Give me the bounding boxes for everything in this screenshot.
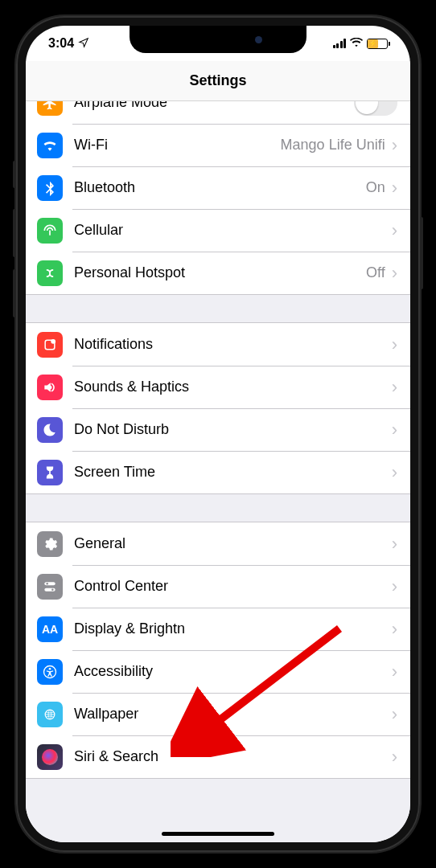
row-wifi[interactable]: Wi-Fi Mango Life Unifi › <box>26 124 410 166</box>
status-left: 3:04 <box>48 36 89 51</box>
chevron-right-icon: › <box>392 534 397 555</box>
nav-header: Settings <box>26 61 410 101</box>
sounds-icon <box>37 375 63 400</box>
row-label: Notifications <box>74 336 392 353</box>
mute-switch <box>13 161 16 188</box>
row-label: Control Center <box>74 578 392 595</box>
home-indicator[interactable] <box>162 832 274 836</box>
row-label: Accessibility <box>74 663 392 680</box>
row-cellular[interactable]: Cellular › <box>26 209 410 252</box>
cellular-icon <box>37 218 63 244</box>
row-label: Do Not Disturb <box>74 421 392 438</box>
screen: 3:04 ⚡ Settings <box>26 26 410 842</box>
row-label: Sounds & Haptics <box>74 379 392 395</box>
chevron-right-icon: › <box>392 619 397 640</box>
row-label: Display & Brightn <box>74 620 392 637</box>
status-time: 3:04 <box>48 36 74 51</box>
notch <box>130 26 306 53</box>
wallpaper-icon <box>37 702 63 727</box>
row-detail: On <box>366 179 385 196</box>
svg-point-7 <box>49 667 51 669</box>
general-icon <box>37 531 63 557</box>
bluetooth-icon <box>37 175 63 201</box>
row-wallpaper[interactable]: Wallpaper › <box>26 693 410 735</box>
settings-group-general: General › Control Center › AA Display & … <box>26 522 410 779</box>
battery-icon: ⚡ <box>367 39 388 49</box>
location-arrow-icon <box>78 37 89 51</box>
svg-point-3 <box>46 583 48 585</box>
row-label: Wallpaper <box>74 706 392 723</box>
chevron-right-icon: › <box>392 661 397 682</box>
airplane-toggle[interactable] <box>354 101 397 116</box>
page-title: Settings <box>189 72 246 89</box>
volume-up-button <box>13 209 16 257</box>
row-label: Screen Time <box>74 464 392 481</box>
row-label: Bluetooth <box>74 179 366 196</box>
chevron-right-icon: › <box>392 334 397 355</box>
settings-group-connectivity: Airplane Mode Wi-Fi Mango Life Unifi › B… <box>26 101 410 295</box>
row-general[interactable]: General › <box>26 522 410 565</box>
row-label: Wi-Fi <box>74 137 281 154</box>
chevron-right-icon: › <box>392 704 397 725</box>
side-button <box>420 217 423 289</box>
chevron-right-icon: › <box>392 420 397 440</box>
row-bluetooth[interactable]: Bluetooth On › <box>26 166 410 209</box>
row-siri[interactable]: Siri & Search › <box>26 735 410 778</box>
chevron-right-icon: › <box>392 377 397 398</box>
phone-frame: 3:04 ⚡ Settings <box>16 16 420 852</box>
siri-icon <box>37 744 63 770</box>
row-display[interactable]: AA Display & Brightn › <box>26 608 410 650</box>
cellular-signal-icon <box>333 39 347 48</box>
chevron-right-icon: › <box>392 178 397 199</box>
notifications-icon <box>37 332 63 358</box>
chevron-right-icon: › <box>392 576 397 597</box>
row-label: Airplane Mode <box>74 101 354 111</box>
chevron-right-icon: › <box>392 462 397 483</box>
svg-rect-4 <box>44 588 55 591</box>
display-icon: AA <box>37 616 63 642</box>
status-right: ⚡ <box>333 36 389 51</box>
screentime-icon <box>37 460 63 485</box>
row-detail: Off <box>366 264 385 281</box>
row-label: Cellular <box>74 222 392 239</box>
chevron-right-icon: › <box>392 220 397 241</box>
row-screentime[interactable]: Screen Time › <box>26 451 410 493</box>
row-notifications[interactable]: Notifications › <box>26 323 410 366</box>
chevron-right-icon: › <box>392 263 397 284</box>
row-airplane-mode[interactable]: Airplane Mode <box>26 101 410 124</box>
svg-point-5 <box>51 588 54 591</box>
volume-down-button <box>13 269 16 317</box>
row-label: General <box>74 535 392 552</box>
row-accessibility[interactable]: Accessibility › <box>26 650 410 693</box>
row-dnd[interactable]: Do Not Disturb › <box>26 408 410 451</box>
control-center-icon <box>37 574 63 600</box>
settings-list[interactable]: Airplane Mode Wi-Fi Mango Life Unifi › B… <box>26 101 410 842</box>
wifi-status-icon <box>350 36 363 51</box>
row-detail: Mango Life Unifi <box>281 137 385 154</box>
wifi-icon <box>37 133 63 158</box>
row-label: Siri & Search <box>74 748 392 765</box>
accessibility-icon <box>37 659 63 685</box>
settings-group-notifications: Notifications › Sounds & Haptics › Do No… <box>26 322 410 494</box>
row-sounds[interactable]: Sounds & Haptics › <box>26 366 410 408</box>
svg-point-1 <box>51 338 56 343</box>
dnd-icon <box>37 417 63 443</box>
row-hotspot[interactable]: Personal Hotspot Off › <box>26 252 410 294</box>
airplane-icon <box>37 101 63 116</box>
svg-rect-2 <box>44 582 55 585</box>
row-control-center[interactable]: Control Center › <box>26 565 410 608</box>
row-label: Personal Hotspot <box>74 264 366 281</box>
chevron-right-icon: › <box>392 747 397 768</box>
hotspot-icon <box>37 260 63 286</box>
chevron-right-icon: › <box>392 135 397 156</box>
